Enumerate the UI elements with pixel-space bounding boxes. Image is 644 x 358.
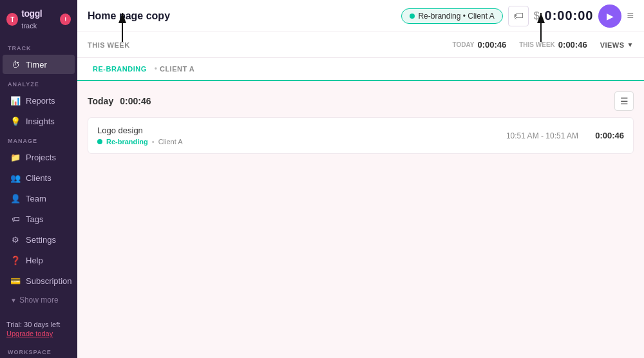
workspace-label: WORKSPACE (0, 344, 77, 358)
sidebar-item-clients-label: Clients (26, 173, 52, 183)
sidebar-item-reports-label: Reports (26, 96, 55, 106)
sidebar-item-tags-label: Tags (26, 214, 43, 224)
help-icon: ❓ (10, 255, 21, 265)
reports-icon: 📊 (10, 95, 21, 106)
projects-icon: 📁 (10, 152, 21, 162)
logo-text: toggl track (21, 8, 57, 31)
sidebar: T toggl track ! TRACK ⏱ Timer ANALYZE 📊 … (0, 0, 77, 358)
timer-value: 0:00:00 (545, 8, 594, 23)
entry-project: Re-branding (106, 138, 148, 146)
filter-bar: RE-BRANDING • CLIENT A (77, 58, 644, 81)
views-label: VIEWS (600, 41, 625, 49)
entry-duration: 0:00:46 (589, 131, 624, 140)
filter-separator: • (155, 64, 157, 73)
sidebar-item-insights[interactable]: 💡 Insights (3, 111, 75, 131)
tag-icon: 🏷 (513, 10, 524, 22)
today-section-total: 0:00:46 (120, 96, 151, 106)
sidebar-item-insights-label: Insights (26, 117, 55, 126)
entry-right: 10:51 AM - 10:51 AM 0:00:46 (506, 131, 624, 140)
today-section-title: Today (88, 96, 113, 106)
entry-time-range: 10:51 AM - 10:51 AM (506, 131, 578, 140)
show-more-button[interactable]: ▼ Show more (3, 292, 75, 308)
options-menu-button[interactable]: ≡ (627, 9, 634, 23)
main-content: Home page copy Re-branding • Client A 🏷 … (77, 0, 644, 358)
sidebar-item-team[interactable]: 👤 Team (3, 189, 75, 208)
upgrade-link[interactable]: Upgrade today (6, 330, 71, 337)
project-badge-text: Re-branding • Client A (418, 12, 494, 21)
today-section-header: Today 0:00:46 ☰ (88, 91, 634, 111)
analyze-section-label: ANALYZE (0, 75, 77, 90)
project-dot (410, 14, 415, 19)
logo-toggl: toggl (21, 8, 42, 19)
chevron-down-views-icon: ▼ (627, 41, 634, 48)
today-value: 0:00:46 (477, 40, 506, 50)
entry-tags: Re-branding • Client A (97, 138, 183, 146)
tags-icon: 🏷 (10, 214, 21, 224)
manage-section-label: MANAGE (0, 131, 77, 147)
sidebar-bottom: Trial: 30 days left Upgrade today (0, 316, 77, 344)
topbar: Home page copy Re-branding • Client A 🏷 … (77, 0, 644, 32)
chevron-down-icon: ▼ (10, 297, 17, 304)
clients-icon: 👥 (10, 173, 21, 183)
settings-icon: ⚙ (10, 234, 21, 245)
logo-track: track (21, 22, 37, 30)
timer-icon: ⏱ (10, 59, 21, 70)
time-entry: Logo design Re-branding • Client A 10:51… (88, 117, 634, 154)
insights-icon: 💡 (10, 116, 21, 126)
sidebar-item-settings-label: Settings (26, 235, 56, 245)
entry-project-dot (97, 139, 102, 144)
start-button[interactable]: ▶ (598, 5, 621, 28)
sidebar-item-timer-label: Timer (26, 60, 47, 70)
sidebar-item-settings[interactable]: ⚙ Settings (3, 230, 75, 249)
logo-icon: T (6, 13, 18, 26)
this-week-stat: THIS WEEK 0:00:46 (519, 40, 587, 50)
logo-area: T toggl track ! (0, 0, 77, 39)
sidebar-item-timer[interactable]: ⏱ Timer (3, 55, 75, 74)
entry-left: Logo design Re-branding • Client A (97, 126, 183, 146)
sidebar-item-tags[interactable]: 🏷 Tags (3, 209, 75, 229)
track-section-label: TRACK (0, 39, 77, 54)
billable-button[interactable]: $ (534, 10, 540, 22)
trial-text: Trial: 30 days left (6, 321, 71, 328)
tags-button[interactable]: 🏷 (508, 6, 529, 26)
today-label: TODAY (453, 41, 475, 48)
main-wrapper: Home page copy Re-branding • Client A 🏷 … (77, 0, 644, 358)
sidebar-item-subscription-label: Subscription (26, 276, 72, 286)
sidebar-item-projects[interactable]: 📁 Projects (3, 147, 75, 167)
subscription-icon: 💳 (10, 276, 21, 286)
this-week-label: THIS WEEK (88, 41, 130, 49)
content-area: Today 0:00:46 ☰ Logo design Re-branding … (77, 81, 644, 358)
show-more-label: Show more (19, 296, 59, 305)
sidebar-item-clients[interactable]: 👥 Clients (3, 168, 75, 187)
entry-client: Client A (158, 138, 183, 146)
sidebar-item-projects-label: Projects (26, 153, 56, 162)
sidebar-item-subscription[interactable]: 💳 Subscription (3, 271, 75, 290)
list-icon: ☰ (620, 96, 629, 106)
sidebar-item-team-label: Team (26, 194, 46, 203)
play-icon: ▶ (607, 11, 614, 21)
this-week-stat-label: THIS WEEK (519, 41, 555, 48)
week-stats: TODAY 0:00:46 THIS WEEK 0:00:46 VIEWS ▼ (453, 40, 634, 50)
sidebar-item-help[interactable]: ❓ Help (3, 250, 75, 270)
page-title: Home page copy (88, 10, 170, 22)
team-icon: 👤 (10, 193, 21, 203)
filter-client-tag[interactable]: CLIENT A (160, 65, 194, 73)
list-view-button[interactable]: ☰ (614, 91, 634, 111)
week-bar: THIS WEEK TODAY 0:00:46 THIS WEEK 0:00:4… (77, 32, 644, 58)
sidebar-item-help-label: Help (26, 256, 43, 265)
entry-name: Logo design (97, 126, 183, 135)
today-stat: TODAY 0:00:46 (453, 40, 507, 50)
project-client-badge[interactable]: Re-branding • Client A (401, 8, 502, 24)
notification-icon: ! (60, 14, 71, 25)
entry-client-sep: • (152, 138, 155, 146)
this-week-value: 0:00:46 (558, 40, 587, 50)
topbar-right: Re-branding • Client A 🏷 $ 0:00:00 ▶ ≡ (401, 5, 634, 28)
views-button[interactable]: VIEWS ▼ (600, 41, 634, 49)
sidebar-item-reports[interactable]: 📊 Reports (3, 91, 75, 110)
filter-project-tag[interactable]: RE-BRANDING (88, 62, 152, 75)
